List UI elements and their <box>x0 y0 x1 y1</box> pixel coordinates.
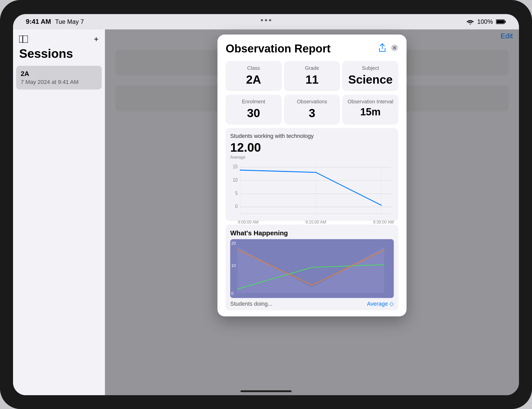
ipad-screen: 9:41 AM Tue May 7 100% <box>13 14 519 395</box>
chart-x-labels: 9:00:00 AM 9:15:00 AM 9:30:00 AM <box>230 219 394 225</box>
svg-text:0: 0 <box>235 203 238 209</box>
session-name: 2A <box>21 70 97 78</box>
svg-rect-3 <box>496 20 504 23</box>
close-button[interactable] <box>391 44 398 54</box>
svg-text:15: 15 <box>233 164 238 169</box>
svg-rect-4 <box>19 36 23 43</box>
chart1-title: Students working with technology <box>230 133 394 139</box>
area-chart: 20 10 0 <box>230 239 394 298</box>
section-footer: Students doing... Average ◇ <box>230 301 394 307</box>
whats-happening-title: What's Happening <box>230 229 394 237</box>
sidebar-icons <box>19 36 28 43</box>
average-selector[interactable]: Average ◇ <box>367 301 394 307</box>
status-bar: 9:41 AM Tue May 7 100% <box>13 14 519 29</box>
add-session-button[interactable]: + <box>94 35 99 44</box>
stat-interval-value: 15m <box>347 106 394 118</box>
status-right: 100% <box>466 18 506 25</box>
stat-enrolment-label: Enrolment <box>230 99 277 105</box>
technology-chart-section: Students working with technology 12.00 A… <box>226 128 398 221</box>
stat-grade: Grade 11 <box>284 61 340 91</box>
y-label-10: 10 <box>231 263 236 268</box>
svg-text:10: 10 <box>233 177 238 183</box>
battery-icon <box>496 19 506 24</box>
modal-header: Observation Report <box>226 42 398 55</box>
chart1-subtitle: Average <box>230 155 394 160</box>
share-button[interactable] <box>378 43 386 54</box>
stats-grid-row2: Enrolment 30 Observations 3 Observation … <box>226 95 398 125</box>
stat-grade-label: Grade <box>289 65 336 71</box>
x-label-3: 9:30:00 AM <box>373 220 394 225</box>
status-time: 9:41 AM <box>26 18 51 26</box>
stat-observations-value: 3 <box>289 106 336 120</box>
stat-interval: Observation Interval 15m <box>342 95 398 125</box>
main-content: Edit Observation Report <box>105 29 519 395</box>
sidebar-toggle-icon[interactable] <box>19 36 28 43</box>
battery-level: 100% <box>477 18 493 25</box>
wifi-icon <box>466 19 474 25</box>
stat-subject-value: Science <box>347 73 394 86</box>
stat-class: Class 2A <box>226 61 282 91</box>
session-item[interactable]: 2A 7 May 2024 at 9:41 AM <box>16 66 102 90</box>
x-label-2: 9:15:00 AM <box>306 220 326 225</box>
stat-subject: Subject Science <box>342 61 398 91</box>
footer-label: Students doing... <box>230 301 272 307</box>
stat-enrolment: Enrolment 30 <box>226 95 282 125</box>
sidebar-header: + <box>13 29 105 47</box>
stat-enrolment-value: 30 <box>230 106 277 120</box>
app-layout: + Sessions 2A 7 May 2024 at 9:41 AM Edit <box>13 29 519 395</box>
status-date: Tue May 7 <box>55 18 84 25</box>
y-label-20: 20 <box>231 241 236 246</box>
svg-rect-5 <box>23 36 28 43</box>
session-date: 7 May 2024 at 9:41 AM <box>21 79 97 85</box>
observation-report-modal: Observation Report <box>217 35 407 316</box>
sidebar: + Sessions 2A 7 May 2024 at 9:41 AM <box>13 29 105 395</box>
y-label-0: 0 <box>231 291 234 296</box>
stat-class-value: 2A <box>230 73 277 86</box>
line-chart-svg: 15 10 5 0 <box>230 162 394 218</box>
stat-class-label: Class <box>230 65 277 71</box>
modal-title: Observation Report <box>226 42 331 55</box>
sidebar-title: Sessions <box>13 47 105 66</box>
stat-observations-label: Observations <box>289 99 336 105</box>
area-chart-svg <box>230 239 394 298</box>
x-label-1: 9:00:00 AM <box>238 220 259 225</box>
ipad-frame: 9:41 AM Tue May 7 100% <box>0 0 532 409</box>
svg-rect-2 <box>505 21 506 23</box>
whats-happening-section: What's Happening 20 10 0 <box>226 225 398 310</box>
line-chart: 15 10 5 0 9:00:00 <box>230 162 394 218</box>
svg-marker-19 <box>237 247 384 293</box>
chart1-value: 12.00 <box>230 140 394 154</box>
modal-actions <box>378 43 398 54</box>
modal-overlay: Observation Report <box>105 29 519 395</box>
stats-grid-row1: Class 2A Grade 11 Subject Science <box>226 61 398 91</box>
stat-subject-label: Subject <box>347 65 394 71</box>
stat-observations: Observations 3 <box>284 95 340 125</box>
stat-grade-value: 11 <box>289 73 336 86</box>
stat-interval-label: Observation Interval <box>347 99 394 105</box>
svg-point-0 <box>470 24 471 25</box>
top-dots <box>261 19 271 21</box>
svg-text:5: 5 <box>235 190 238 196</box>
